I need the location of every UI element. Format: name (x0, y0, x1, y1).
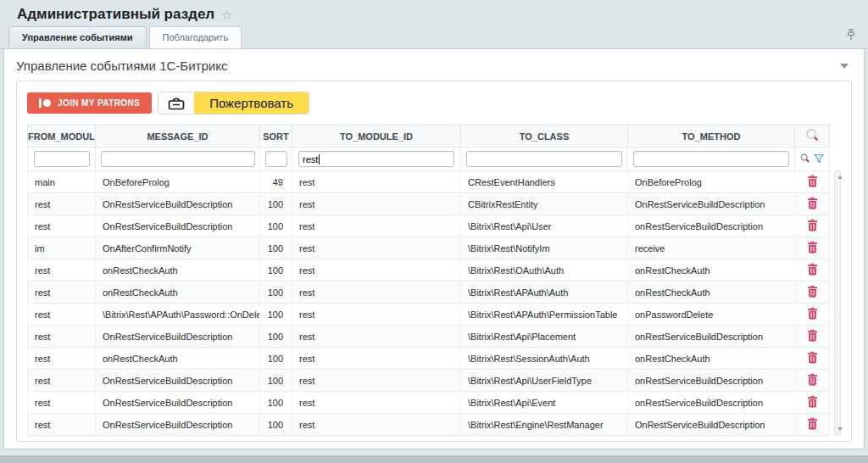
cell-message-id: onRestCheckAuth (96, 282, 260, 304)
cell-from-module-id: rest (28, 414, 96, 436)
tab-event-management[interactable]: Управление событиями (8, 26, 147, 48)
cell-sort: 100 (260, 259, 292, 282)
delete-row-button[interactable] (804, 283, 821, 302)
filter-funnel-icon[interactable] (814, 153, 824, 165)
cell-message-id: OnAfterConfirmNotify (96, 237, 260, 259)
trash-icon (807, 351, 818, 364)
cell-to-method: onRestServiceBuildDescription (628, 215, 795, 237)
trash-icon (807, 219, 818, 232)
cell-sort: 100 (260, 282, 292, 304)
cell-to-method: onRestServiceBuildDescription (628, 392, 795, 414)
to-module-id-filter-input[interactable]: rest (298, 151, 454, 167)
delete-row-button[interactable] (804, 173, 821, 192)
cell-to-method: onRestCheckAuth (628, 282, 795, 304)
page-header: Административный раздел ☆ (0, 0, 868, 26)
trash-icon (807, 263, 818, 276)
cell-to-module-id: rest (292, 282, 461, 304)
to-method-filter-input[interactable] (633, 151, 789, 167)
join-patrons-label: JOIN MY PATRONS (58, 98, 140, 108)
table-row[interactable]: rest OnRestServiceBuildDescription 100 r… (28, 193, 830, 215)
column-header-message-id[interactable]: MESSAGE_ID (96, 126, 260, 148)
delete-row-button[interactable] (804, 217, 821, 236)
cell-from-module-id: rest (28, 304, 96, 326)
delete-row-button[interactable] (804, 305, 821, 324)
delete-row-button[interactable] (804, 239, 821, 258)
cell-message-id: OnBeforeProlog (96, 171, 260, 193)
cell-from-module-id: main (28, 171, 96, 193)
cell-from-module-id: im (28, 237, 96, 259)
delete-row-button[interactable] (804, 327, 821, 346)
chevron-down-icon[interactable] (840, 64, 849, 69)
table-row[interactable]: rest OnRestServiceBuildDescription 100 r… (28, 215, 830, 237)
trash-icon (807, 175, 818, 187)
table-row[interactable]: rest OnRestServiceBuildDescription 100 r… (28, 414, 830, 436)
scroll-down-icon[interactable] (837, 427, 843, 431)
trash-icon (807, 241, 818, 254)
search-icon[interactable] (805, 134, 820, 144)
message-id-filter-input[interactable] (101, 151, 255, 167)
delete-row-button[interactable] (804, 349, 821, 368)
cell-to-class: \Bitrix\Rest\APAuth\PermissionTable (461, 304, 628, 326)
scroll-up-icon[interactable] (837, 176, 843, 179)
to-class-filter-input[interactable] (466, 151, 622, 167)
table-row[interactable]: rest OnRestServiceBuildDescription 100 r… (28, 326, 830, 348)
apply-search-icon[interactable] (800, 153, 810, 165)
column-header-from-module-id[interactable]: FROM_MODULE_ID (28, 126, 96, 148)
table-row[interactable]: rest OnRestServiceBuildDescription 100 r… (28, 370, 830, 392)
cell-to-module-id: rest (292, 326, 461, 348)
delete-row-button[interactable] (804, 393, 821, 412)
cell-to-module-id: rest (292, 348, 461, 370)
column-header-search (795, 126, 830, 148)
cell-to-module-id: rest (292, 215, 461, 237)
delete-row-button[interactable] (804, 195, 821, 214)
delete-row-button[interactable] (804, 261, 821, 280)
table-row[interactable]: rest OnRestServiceBuildDescription 100 r… (28, 392, 830, 414)
wallet-icon (159, 92, 194, 114)
trash-icon (807, 395, 818, 408)
sort-filter-input[interactable] (265, 151, 287, 167)
events-panel: Управление событиями 1С-Битрикс JOIN MY … (3, 49, 865, 449)
table-row[interactable]: rest onRestCheckAuth 100 rest \Bitrix\Re… (28, 348, 830, 370)
pin-icon[interactable] (846, 29, 856, 45)
table-row[interactable]: rest \Bitrix\Rest\APAuth\Password::OnDel… (28, 304, 830, 326)
column-header-sort[interactable]: SORT (260, 126, 292, 148)
cell-message-id: \Bitrix\Rest\APAuth\Password::OnDelete (96, 304, 260, 326)
cell-to-class: CBitrixRestEntity (461, 193, 628, 215)
cell-from-module-id: rest (28, 326, 96, 348)
trash-icon (807, 285, 818, 298)
column-header-to-module-id[interactable]: TO_MODULE_ID (292, 126, 461, 148)
cell-sort: 100 (260, 392, 292, 414)
cell-message-id: onRestCheckAuth (96, 348, 260, 370)
toolbar: JOIN MY PATRONS Пожертвовать (27, 92, 841, 114)
cell-message-id: OnRestServiceBuildDescription (96, 326, 260, 348)
cell-to-method: OnRestServiceBuildDescription (628, 414, 795, 436)
table-row[interactable]: im OnAfterConfirmNotify 100 rest \Bitrix… (28, 237, 830, 259)
vertical-scrollbar[interactable] (834, 170, 841, 436)
trash-icon (807, 417, 818, 430)
column-header-to-method[interactable]: TO_METHOD (628, 126, 795, 148)
delete-row-button[interactable] (804, 416, 821, 434)
cell-from-module-id: rest (28, 193, 96, 215)
table-row[interactable]: main OnBeforeProlog 49 rest CRestEventHa… (28, 171, 830, 193)
favorite-star-icon[interactable]: ☆ (221, 8, 232, 21)
donate-button[interactable]: Пожертвовать (158, 92, 309, 114)
cell-sort: 100 (260, 237, 292, 259)
cell-message-id: onRestCheckAuth (96, 259, 260, 282)
cell-to-module-id: rest (292, 259, 461, 282)
table-row[interactable]: rest onRestCheckAuth 100 rest \Bitrix\Re… (28, 259, 830, 282)
cell-to-module-id: rest (292, 370, 461, 392)
cell-sort: 100 (260, 215, 292, 237)
join-patrons-button[interactable]: JOIN MY PATRONS (27, 92, 152, 114)
table-row[interactable]: rest onRestCheckAuth 100 rest \Bitrix\Re… (28, 282, 830, 304)
cell-to-class: \Bitrix\Rest\APAuth\Auth (461, 282, 628, 304)
tab-thanks[interactable]: Поблагодарить (149, 26, 242, 48)
panel-header: Управление событиями 1С-Битрикс (4, 49, 864, 81)
column-header-to-class[interactable]: TO_CLASS (461, 126, 628, 148)
cell-sort: 49 (260, 171, 292, 193)
cell-to-module-id: rest (292, 392, 461, 414)
cell-from-module-id: rest (28, 392, 96, 414)
delete-row-button[interactable] (804, 371, 821, 390)
cell-to-class: \Bitrix\Rest\Api\Event (461, 392, 628, 414)
from-module-id-filter-input[interactable] (34, 151, 90, 167)
cell-to-method: OnBeforeProlog (628, 171, 795, 193)
